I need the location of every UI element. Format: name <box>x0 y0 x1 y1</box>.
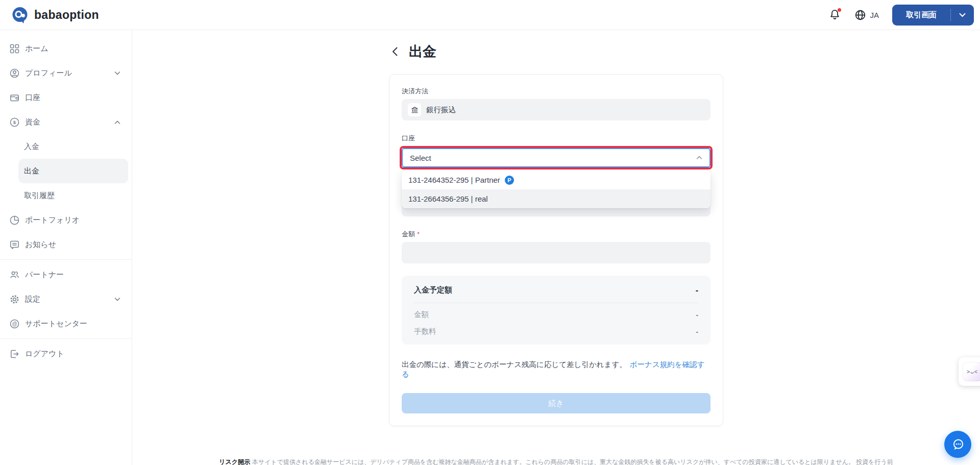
sidebar-item-label: 資金 <box>25 117 40 127</box>
logo[interactable]: babaoption <box>11 6 99 24</box>
sidebar-item-history[interactable]: 取引履歴 <box>18 183 128 208</box>
amount-label: 金額* <box>402 230 710 238</box>
sidebar-item-label: パートナー <box>25 270 64 280</box>
globe-icon <box>854 9 866 21</box>
account-select-placeholder: Select <box>410 154 431 162</box>
chat-bubble-icon <box>951 437 965 452</box>
sidebar-divider <box>0 259 132 260</box>
face-widget-icon: >ᴗ< <box>963 362 980 381</box>
chevron-down-icon <box>959 13 966 17</box>
pie-chart-icon <box>10 215 19 225</box>
account-select[interactable]: Select <box>402 148 710 167</box>
account-option-partner[interactable]: 131-2464352-295 | Partner P <box>402 170 710 189</box>
partner-badge: P <box>505 176 514 185</box>
svg-text:$: $ <box>13 119 16 125</box>
user-icon <box>10 68 19 78</box>
sidebar-item-label: プロフィール <box>25 68 72 78</box>
back-button[interactable] <box>389 46 400 57</box>
expected-amount-summary: 入金予定額 - 金額 - 手数料 - <box>402 276 710 345</box>
bonus-note-text: 出金の際には、通貨ごとのボーナス残高に応じて差し引かれます。 <box>402 360 627 369</box>
sidebar-item-label: お知らせ <box>25 240 56 250</box>
language-code: JA <box>870 11 879 19</box>
sidebar: ホーム プロフィール 口座 $ <box>0 30 132 465</box>
sidebar-item-portfolio[interactable]: ポートフォリオ <box>0 208 132 232</box>
sidebar-item-partner[interactable]: パートナー <box>0 262 132 287</box>
sidebar-item-profile[interactable]: プロフィール <box>0 61 132 85</box>
sidebar-item-deposit[interactable]: 入金 <box>18 134 128 159</box>
summary-title-value: - <box>696 286 698 295</box>
chevron-left-icon <box>391 46 398 57</box>
wallet-icon <box>10 93 19 103</box>
sidebar-item-logout[interactable]: ログアウト <box>0 341 132 366</box>
summary-divider <box>414 303 698 303</box>
risk-disclosure-title: リスク開示 <box>219 458 250 465</box>
highlight-annotation-box: Select <box>400 146 713 169</box>
main-content: 出金 決済方法 銀行振込 口座 Select <box>132 30 980 465</box>
withdrawal-form-card: 決済方法 銀行振込 口座 Select <box>389 74 723 426</box>
sidebar-item-label: サポートセンター <box>25 319 87 329</box>
sidebar-item-label: ポートフォリオ <box>25 215 80 225</box>
side-widget-toggle[interactable]: >ᴗ< <box>959 357 980 386</box>
required-asterisk: * <box>417 230 420 238</box>
top-header: babaoption JA 取引画面 <box>0 0 980 30</box>
sidebar-item-label: 出金 <box>24 166 39 176</box>
payment-method-value: 銀行振込 <box>426 105 456 115</box>
summary-title: 入金予定額 <box>414 285 452 295</box>
sidebar-item-news[interactable]: お知らせ <box>0 232 132 257</box>
logo-text: babaoption <box>34 8 99 22</box>
account-option-label: 131-2664356-295 | real <box>408 194 488 203</box>
chevron-down-icon <box>114 71 120 76</box>
trade-screen-button-label: 取引画面 <box>892 5 950 26</box>
bank-icon <box>408 103 421 116</box>
sidebar-divider <box>0 338 132 339</box>
chat-support-button[interactable] <box>944 431 971 458</box>
chevron-up-icon <box>114 120 120 125</box>
language-selector[interactable]: JA <box>854 9 879 21</box>
logout-icon <box>10 349 19 359</box>
at-sign-icon: @ <box>10 319 19 329</box>
sidebar-item-home[interactable]: ホーム <box>0 36 132 61</box>
payment-method-label: 決済方法 <box>402 87 710 95</box>
sidebar-item-label: ログアウト <box>25 349 64 359</box>
sidebar-item-label: 取引履歴 <box>24 191 55 201</box>
summary-row-amount: 金額 - <box>414 306 698 323</box>
account-label: 口座 <box>402 134 710 142</box>
trade-dropdown-toggle[interactable] <box>951 5 974 26</box>
sidebar-item-withdrawal[interactable]: 出金 <box>18 159 128 183</box>
sidebar-item-funds[interactable]: $ 資金 <box>0 110 132 134</box>
people-icon <box>10 270 19 280</box>
risk-disclosure-text: 本サイトで提供される金融サービスには、デリバティブ商品を含む複雑な金融商品が含ま… <box>252 458 893 465</box>
sidebar-item-label: ホーム <box>25 44 48 54</box>
funds-icon: $ <box>10 117 19 127</box>
logo-mark-icon <box>11 6 29 24</box>
payment-method-field[interactable]: 銀行振込 <box>402 99 710 120</box>
page-title: 出金 <box>409 42 436 61</box>
account-option-real[interactable]: 131-2664356-295 | real <box>402 189 710 208</box>
trade-screen-button[interactable]: 取引画面 <box>892 5 974 26</box>
amount-input[interactable] <box>402 242 710 263</box>
message-icon <box>10 240 19 250</box>
account-option-label: 131-2464352-295 | Partner <box>408 176 500 184</box>
sidebar-item-settings[interactable]: 設定 <box>0 287 132 311</box>
sidebar-item-label: 口座 <box>25 93 40 103</box>
account-dropdown-panel: 131-2464352-295 | Partner P 131-2664356-… <box>402 170 710 208</box>
svg-text:@: @ <box>12 321 17 327</box>
continue-button[interactable]: 続き <box>402 393 710 413</box>
sidebar-item-label: 設定 <box>25 295 40 304</box>
bonus-note: 出金の際には、通貨ごとのボーナス残高に応じて差し引かれます。ボーナス規約を確認す… <box>402 360 710 379</box>
chevron-down-icon <box>114 297 120 302</box>
sidebar-item-label: 入金 <box>24 142 39 152</box>
risk-disclosure: リスク開示本サイトで提供される金融サービスには、デリバティブ商品を含む複雑な金融… <box>132 458 980 465</box>
sidebar-item-support[interactable]: @ サポートセンター <box>0 311 132 336</box>
grid-icon <box>10 44 19 54</box>
chevron-up-icon <box>696 156 702 160</box>
summary-row-fee: 手数料 - <box>414 323 698 340</box>
notifications-button[interactable] <box>829 9 841 21</box>
sidebar-item-accounts[interactable]: 口座 <box>0 85 132 110</box>
gear-icon <box>10 295 19 304</box>
